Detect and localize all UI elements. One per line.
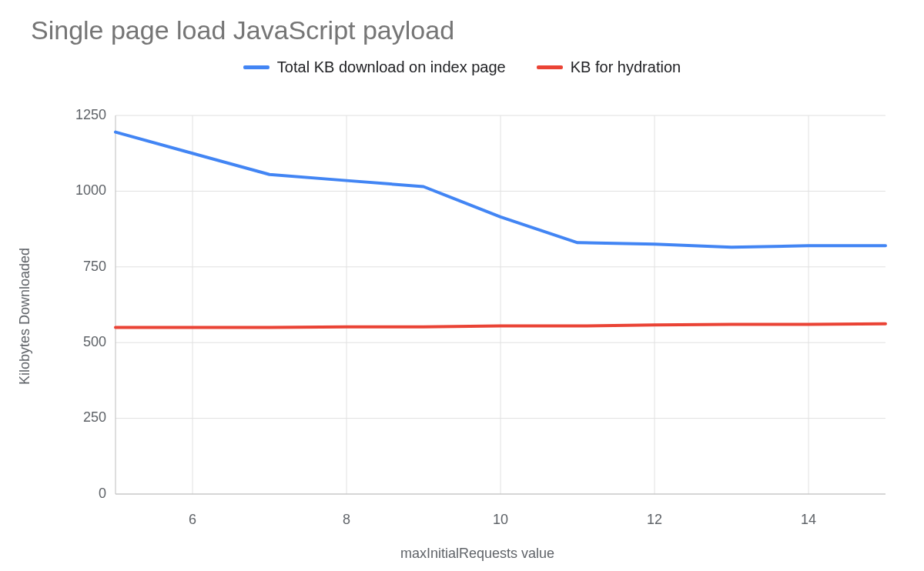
- legend-swatch-red: [537, 65, 563, 69]
- legend-label-hydration: KB for hydration: [571, 58, 681, 76]
- x-axis-label: maxInitialRequests value: [62, 546, 893, 562]
- ytick-label: 0: [99, 486, 106, 501]
- legend-item-hydration: KB for hydration: [537, 58, 681, 76]
- legend-label-total: Total KB download on index page: [277, 58, 506, 76]
- xtick-label: 6: [189, 512, 196, 527]
- xtick-label: 14: [801, 512, 816, 527]
- ytick-label: 250: [83, 409, 106, 425]
- chart-container: Single page load JavaScript payload Tota…: [0, 0, 924, 571]
- chart-plot-area: Kilobytes Downloaded 025050075010001250 …: [62, 92, 893, 540]
- chart-title: Single page load JavaScript payload: [31, 15, 454, 45]
- yticklabels: 025050075010001250: [75, 107, 106, 501]
- ytick-label: 500: [83, 334, 106, 349]
- xticklabels: 68101214: [189, 512, 816, 527]
- ytick-label: 750: [83, 259, 106, 274]
- xtick-label: 8: [343, 512, 350, 527]
- chart-svg: 025050075010001250 68101214: [62, 92, 893, 540]
- legend-item-total: Total KB download on index page: [243, 58, 506, 76]
- ytick-label: 1000: [75, 182, 106, 198]
- legend-swatch-blue: [243, 65, 270, 69]
- chart-legend: Total KB download on index page KB for h…: [0, 58, 924, 76]
- ytick-label: 1250: [75, 107, 106, 122]
- grid-group: [116, 115, 886, 494]
- xtick-label: 12: [647, 512, 662, 527]
- xtick-label: 10: [493, 512, 508, 527]
- y-axis-label: Kilobytes Downloaded: [17, 248, 33, 385]
